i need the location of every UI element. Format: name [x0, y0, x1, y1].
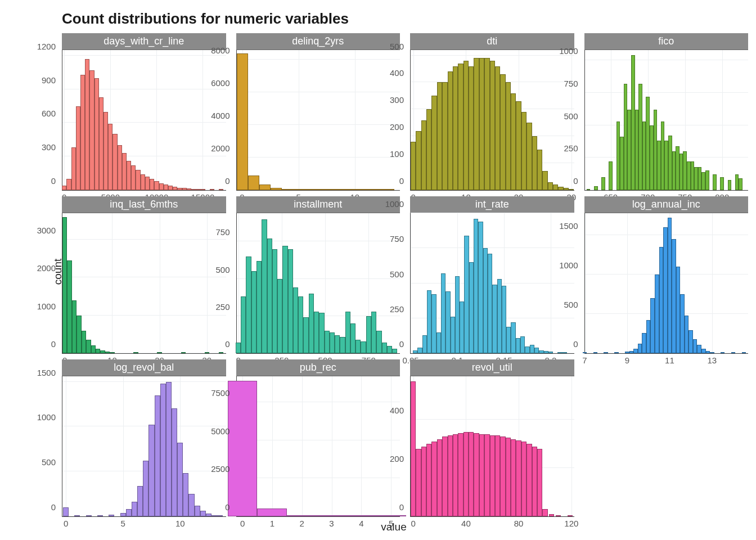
histogram-bar [654, 110, 658, 190]
plot-area: 03006009001200050001000015000 [62, 50, 226, 191]
histogram-bar [500, 74, 505, 190]
histogram-bar [76, 316, 81, 353]
histogram-bar [298, 296, 303, 353]
histogram-bar [635, 110, 639, 190]
histogram-bar [661, 122, 665, 190]
histogram-bar [668, 218, 672, 353]
histogram-bar [217, 515, 223, 516]
histogram-bar [431, 294, 436, 353]
y-tick-label: 0 [573, 176, 578, 186]
x-tick-label: 0 [240, 519, 245, 528]
histogram-bar [271, 188, 282, 190]
histogram-bar [196, 189, 200, 190]
histogram-bar [544, 351, 548, 353]
histogram-bar [181, 352, 186, 353]
histogram-bar [562, 352, 567, 353]
histogram-bar [316, 189, 327, 190]
histogram-bar [701, 349, 706, 353]
histogram-bar [442, 82, 447, 190]
x-tick-label: 10 [176, 519, 185, 528]
histogram-bar [474, 219, 478, 353]
histogram-bar [160, 384, 166, 516]
histogram-bar [458, 433, 463, 516]
histogram-bar [94, 78, 99, 190]
facet-strip: int_rate [410, 196, 574, 213]
histogram-bar [277, 279, 282, 353]
histogram-bar [614, 352, 619, 353]
histogram-bar [422, 335, 427, 353]
histogram-bar [112, 134, 117, 190]
histogram-bar [436, 332, 441, 353]
histogram-bar [453, 434, 458, 516]
y-tick-label: 900 [42, 75, 56, 84]
histogram-bar [282, 246, 287, 353]
histogram-bar [262, 219, 267, 353]
histogram-bar [417, 348, 422, 353]
histogram-bar [460, 302, 464, 353]
histogram-bar [511, 93, 516, 190]
histogram-bar [469, 432, 474, 516]
histogram-bar [691, 161, 695, 190]
histogram-bar [479, 58, 484, 190]
x-tick-label: 3 [329, 519, 334, 528]
histogram-bar [206, 514, 212, 516]
panel-days_with_cr_line: days_with_cr_line03006009001200050001000… [62, 33, 226, 191]
histogram-bar [506, 438, 511, 516]
histogram-bar [383, 189, 394, 190]
y-tick-label: 500 [564, 111, 578, 120]
histogram-bar [205, 352, 209, 353]
y-tick-label: 0 [225, 339, 230, 349]
histogram-bar [506, 82, 511, 190]
histogram-bar [625, 352, 629, 353]
histogram-bar [698, 167, 702, 191]
histogram-bar [685, 316, 689, 353]
y-tick-label: 400 [390, 68, 404, 78]
x-tick-label: 40 [461, 519, 471, 528]
histogram-bar [697, 345, 701, 353]
histogram-bar [520, 336, 525, 353]
histogram-bar [136, 170, 140, 190]
facet-strip: fico [584, 33, 749, 50]
histogram-bar [739, 178, 742, 190]
y-tick-label: 2000 [37, 263, 56, 273]
y-tick-label: 2000 [211, 143, 230, 153]
x-tick-label: 11 [665, 356, 674, 365]
histogram-bar [100, 350, 105, 353]
y-tick-label: 6000 [211, 78, 230, 88]
histogram-bar [627, 110, 631, 190]
histogram-bar [495, 66, 500, 190]
histogram-bar [431, 96, 436, 190]
histogram-bar [62, 186, 66, 190]
histogram-bar [372, 189, 383, 190]
histogram-bar [108, 124, 112, 190]
histogram-bar [539, 350, 543, 353]
histogram-bar [200, 189, 205, 190]
histogram-bar [506, 327, 511, 353]
y-tick-label: 1000 [37, 301, 56, 310]
histogram-bar [705, 170, 709, 190]
histogram-bar [172, 408, 177, 516]
histogram-bar [672, 151, 676, 190]
facet-strip: revol_util [410, 359, 574, 376]
histogram-bar [646, 97, 650, 190]
histogram-bar [720, 177, 724, 190]
histogram-bar [177, 443, 183, 516]
histogram-bar [664, 141, 668, 190]
histogram-bar [441, 273, 446, 353]
histogram-bar [72, 300, 76, 353]
y-tick-label: 500 [215, 264, 230, 274]
y-tick-label: 0 [573, 339, 578, 349]
y-tick-label: 0 [225, 176, 230, 186]
histogram-bar [672, 239, 676, 353]
histogram-bar [426, 444, 431, 516]
histogram-bar [558, 187, 563, 190]
y-tick-label: 4000 [211, 111, 230, 120]
histogram-bar [587, 189, 591, 190]
histogram-bar [104, 112, 108, 190]
x-tick-label: 120 [564, 519, 578, 528]
histogram-bar [188, 494, 194, 516]
plot-area: 0250050007500012345 [236, 376, 400, 517]
histogram-bar [609, 161, 613, 190]
histogram-bar [74, 515, 80, 516]
histogram-bar [687, 161, 691, 190]
